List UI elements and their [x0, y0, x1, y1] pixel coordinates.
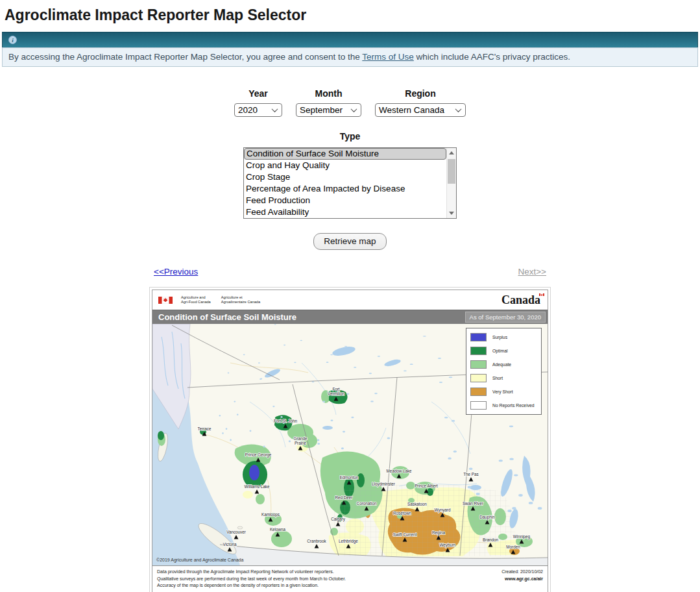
chevron-down-icon: [351, 106, 357, 112]
type-listbox[interactable]: Condition of Surface Soil MoistureCrop a…: [243, 147, 457, 219]
map-footer: Data provided through the Agroclimate Im…: [152, 565, 548, 592]
type-option[interactable]: Percentage of Area Impacted by Disease: [244, 183, 446, 195]
canada-flag-icon: [158, 297, 173, 304]
map-created-date: Created: 2020/10/02: [501, 569, 543, 576]
svg-text:Dauphin: Dauphin: [479, 515, 495, 520]
map-title-bar: Condition of Surface Soil Moisture As of…: [152, 310, 548, 324]
listbox-scrollbar[interactable]: [446, 148, 456, 218]
page-title: Agroclimate Impact Reporter Map Selector: [5, 6, 700, 24]
scrollbar-thumb[interactable]: [448, 159, 455, 184]
map-as-of-date: As of September 30, 2020: [465, 312, 546, 323]
legend-label: Very Short: [492, 389, 513, 394]
map-footer-line: Data provided through the Agroclimate Im…: [157, 569, 346, 576]
map-selector-form: Year 2020 Month September Region Western…: [0, 88, 700, 250]
year-label: Year: [248, 88, 268, 99]
legend-label: No Reports Received: [492, 403, 535, 408]
svg-text:The Pas: The Pas: [463, 472, 478, 476]
svg-text:Calgary: Calgary: [331, 517, 346, 522]
legend-swatch-adequate: [470, 360, 487, 369]
legend-item-surplus: Surplus: [466, 330, 541, 344]
map-footer-line: Accuracy of the map is dependent on the …: [157, 582, 346, 589]
month-select[interactable]: September: [296, 103, 361, 117]
terms-of-use-link[interactable]: Terms of Use: [362, 52, 414, 62]
svg-text:Swan River: Swan River: [463, 501, 483, 506]
info-icon[interactable]: i: [8, 36, 17, 44]
chevron-down-icon: [455, 106, 462, 112]
svg-text:Swift Current: Swift Current: [393, 532, 417, 537]
svg-text:Rosetown: Rosetown: [393, 511, 411, 515]
svg-text:Meadow Lake: Meadow Lake: [386, 469, 412, 473]
svg-text:Coronation: Coronation: [357, 501, 377, 506]
scroll-up-button[interactable]: [447, 148, 456, 158]
svg-text:Kelowna: Kelowna: [270, 527, 286, 532]
legend-label: Short: [492, 376, 503, 380]
map-source-url: www.agr.gc.ca/air: [501, 576, 543, 583]
department-name-en: Agriculture and Agri-Food Canada: [181, 295, 211, 304]
type-label: Type: [0, 131, 700, 142]
svg-text:Winnipeg: Winnipeg: [513, 534, 531, 539]
type-option[interactable]: Crop Stage: [244, 171, 446, 183]
region-value: Western Canada: [379, 105, 451, 115]
svg-text:Victoria: Victoria: [223, 542, 237, 547]
svg-text:Lloydminster: Lloydminster: [372, 482, 395, 487]
map-copyright: ©2019 Agriculture and Agroclimate Canada: [156, 558, 243, 562]
next-link[interactable]: Next>>: [518, 267, 546, 277]
previous-link[interactable]: <<Previous: [154, 267, 198, 277]
legend-item-none: No Reports Received: [466, 399, 541, 412]
svg-text:Weyburn: Weyburn: [439, 543, 456, 548]
info-banner: i: [2, 32, 698, 47]
svg-text:Lethbridge: Lethbridge: [339, 539, 358, 544]
canada-wordmark: Canada: [501, 293, 542, 307]
year-value: 2020: [238, 105, 267, 115]
legend-item-optimal: Optimal: [466, 344, 541, 358]
type-option[interactable]: Condition of Surface Soil Moisture: [244, 148, 446, 160]
svg-text:GrandePrairie: GrandePrairie: [293, 436, 308, 445]
legend-item-short: Short: [466, 371, 541, 385]
svg-text:Brandon: Brandon: [483, 537, 498, 542]
legend-item-adequate: Adequate: [466, 358, 541, 371]
chevron-down-icon: [272, 106, 278, 112]
type-option[interactable]: Feed Production: [244, 195, 446, 206]
svg-text:Fort St. John: Fort St. John: [274, 419, 298, 423]
map-image: Agriculture and Agri-Food Canada Agricul…: [152, 290, 548, 592]
notice-text: By accessing the Agroclimate Impact Repo…: [8, 52, 362, 62]
notice-banner: By accessing the Agroclimate Impact Repo…: [2, 47, 698, 67]
notice-text-suffix: which include AAFC's privacy practices.: [414, 52, 570, 62]
svg-text:Prince Albert: Prince Albert: [415, 484, 438, 488]
map-title: Condition of Surface Soil Moisture: [158, 312, 296, 322]
retrieve-map-button[interactable]: Retrieve map: [313, 233, 386, 250]
triangle-up-icon: [449, 151, 454, 154]
month-label: Month: [315, 88, 343, 99]
type-option[interactable]: Crop and Hay Quality: [244, 160, 446, 171]
map-navigation: <<Previous Next>>: [149, 267, 551, 277]
svg-text:Morden: Morden: [506, 545, 520, 549]
map-canvas: TerraceFortVermilionFort St. JohnGrandeP…: [152, 324, 548, 565]
svg-text:Saskatoon: Saskatoon: [407, 502, 427, 506]
legend-swatch-surplus: [470, 333, 487, 341]
svg-text:Williams Lake: Williams Lake: [245, 484, 270, 489]
region-select[interactable]: Western Canada: [375, 103, 466, 117]
legend-item-very_short: Very Short: [466, 385, 541, 399]
svg-text:Kamloops: Kamloops: [261, 512, 280, 517]
svg-text:Regina: Regina: [432, 530, 445, 536]
scroll-down-button[interactable]: [447, 208, 456, 218]
legend-label: Optimal: [492, 349, 507, 353]
region-label: Region: [405, 88, 435, 99]
legend-swatch-very_short: [470, 388, 487, 396]
legend-swatch-optimal: [470, 347, 487, 355]
svg-text:Wynyard: Wynyard: [435, 508, 451, 513]
wordmark-flag-icon: [539, 293, 544, 296]
department-name-fr: Agriculture et Agroalimentaire Canada: [221, 295, 260, 304]
legend-label: Adequate: [492, 362, 511, 367]
legend-swatch-short: [470, 374, 487, 382]
map-legend: SurplusOptimalAdequateShortVery ShortNo …: [466, 328, 542, 415]
legend-swatch-none: [470, 401, 487, 410]
svg-text:Cranbrook: Cranbrook: [307, 539, 326, 543]
year-select[interactable]: 2020: [234, 103, 282, 117]
svg-text:Prince George: Prince George: [245, 452, 272, 458]
map-frame: Agriculture and Agri-Food Canada Agricul…: [149, 287, 551, 592]
map-gov-header: Agriculture and Agri-Food Canada Agricul…: [152, 290, 548, 310]
type-option[interactable]: Feed Availability: [244, 206, 446, 218]
triangle-down-icon: [449, 212, 454, 215]
svg-text:Edmonton: Edmonton: [340, 475, 359, 480]
